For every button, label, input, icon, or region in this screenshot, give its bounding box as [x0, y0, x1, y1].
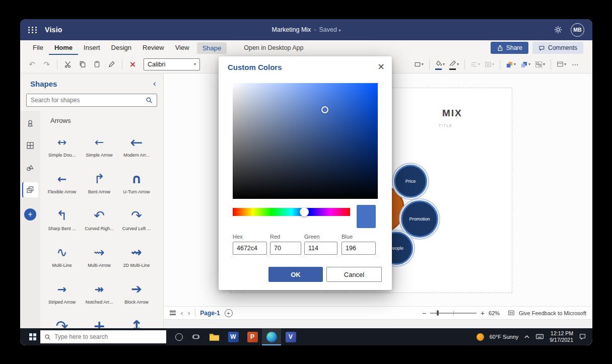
- shape-item[interactable]: ⇝2D Multi-Line: [118, 240, 155, 276]
- tab-design[interactable]: Design: [106, 41, 137, 55]
- shape-item[interactable]: ←Simple Arrow: [81, 129, 118, 166]
- edge-browser-icon[interactable]: [262, 328, 281, 345]
- tray-chevron-up-icon[interactable]: [524, 334, 530, 340]
- delete-shape-icon[interactable]: ×: [126, 58, 140, 71]
- shape-item[interactable]: ∿Multi-Line: [43, 240, 81, 276]
- document-title[interactable]: Marketing Mix: [272, 26, 311, 33]
- price-circle-shape[interactable]: Price: [394, 165, 427, 198]
- more-options-icon[interactable]: ⋯: [569, 60, 581, 68]
- taskbar-search-input[interactable]: [54, 333, 162, 340]
- close-icon[interactable]: ×: [377, 61, 385, 71]
- bring-forward-dropdown[interactable]: ▾: [504, 60, 517, 69]
- zoom-out-button[interactable]: −: [422, 309, 426, 317]
- font-dropdown[interactable]: Calibri ▾: [144, 58, 200, 70]
- open-in-desktop-link[interactable]: Open in Desktop App: [244, 44, 303, 51]
- diagram-title[interactable]: MIX: [442, 108, 462, 119]
- stencil-basic-icon[interactable]: [22, 116, 38, 131]
- shape-item[interactable]: ➔Block Arrow: [118, 276, 155, 313]
- visio-app-icon[interactable]: V: [281, 328, 300, 345]
- start-button[interactable]: [25, 328, 40, 345]
- taskbar-search-box[interactable]: [40, 330, 166, 343]
- fit-page-icon[interactable]: [508, 310, 515, 316]
- zoom-in-button[interactable]: +: [481, 309, 485, 317]
- diagram-subtitle[interactable]: TITLE: [439, 124, 453, 127]
- zoom-slider[interactable]: [430, 310, 477, 317]
- cancel-button[interactable]: Cancel: [326, 267, 382, 282]
- collapse-panel-icon[interactable]: ‹: [153, 79, 156, 89]
- previous-page-icon[interactable]: ‹: [180, 309, 183, 317]
- shape-item[interactable]: ↰Sharp Bent ...: [43, 203, 81, 240]
- shape-item[interactable]: ↷Curved Left ...: [118, 203, 155, 240]
- color-gradient-picker[interactable]: [233, 83, 378, 199]
- shape-item[interactable]: ↔Simple Dou...: [43, 129, 81, 166]
- task-panes-icon[interactable]: [170, 310, 176, 316]
- weather-label[interactable]: 60°F Sunny: [490, 334, 519, 340]
- format-painter-icon[interactable]: [105, 58, 118, 71]
- next-page-icon[interactable]: ›: [188, 309, 191, 317]
- shape-search-input[interactable]: [31, 97, 146, 104]
- clock[interactable]: 12:12 PM 9/17/2021: [550, 330, 573, 343]
- cortana-icon[interactable]: [170, 328, 187, 345]
- promotion-circle-shape[interactable]: Promotion: [401, 200, 438, 238]
- stencil-grid-icon[interactable]: [22, 138, 38, 153]
- shape-item[interactable]: +: [81, 313, 118, 328]
- hue-slider-thumb[interactable]: [300, 207, 309, 216]
- zoom-slider-thumb[interactable]: [437, 310, 439, 316]
- search-icon[interactable]: [146, 97, 153, 104]
- shape-item[interactable]: ↕: [118, 313, 155, 328]
- shape-search-box[interactable]: [26, 94, 157, 107]
- change-shape-dropdown[interactable]: ▾: [413, 60, 425, 69]
- app-launcher-waffle-icon[interactable]: [28, 27, 38, 33]
- shape-item[interactable]: ←Flexible Arrow: [43, 166, 81, 203]
- avatar[interactable]: MB: [571, 23, 584, 37]
- copy-icon[interactable]: [76, 58, 89, 71]
- tab-home[interactable]: Home: [49, 41, 78, 55]
- paste-icon[interactable]: [90, 58, 104, 71]
- shape-item[interactable]: ↱Bent Arrow: [81, 166, 118, 203]
- group-dropdown[interactable]: ▾: [533, 60, 547, 69]
- feedback-link[interactable]: Give Feedback to Microsoft: [519, 310, 586, 316]
- gear-icon[interactable]: [554, 25, 563, 34]
- share-button[interactable]: Share: [491, 42, 528, 54]
- position-dropdown[interactable]: ▾: [483, 60, 496, 68]
- tab-insert[interactable]: Insert: [78, 41, 106, 55]
- weather-icon[interactable]: [477, 333, 484, 341]
- task-view-icon[interactable]: [187, 328, 205, 345]
- tab-review[interactable]: Review: [137, 41, 170, 55]
- powerpoint-icon[interactable]: P: [243, 328, 262, 345]
- add-stencil-button[interactable]: +: [24, 208, 36, 221]
- gradient-selector-ring[interactable]: [321, 106, 328, 113]
- tab-shape[interactable]: Shape: [197, 42, 227, 54]
- container-dropdown[interactable]: ▾: [555, 60, 568, 68]
- action-center-icon[interactable]: [579, 333, 586, 341]
- undo-icon[interactable]: ↶: [25, 58, 39, 71]
- page-tab[interactable]: Page-1: [200, 310, 220, 317]
- shape-item[interactable]: →Striped Arrow: [43, 276, 81, 313]
- send-backward-dropdown[interactable]: ▾: [519, 60, 532, 69]
- align-dropdown[interactable]: ▾: [469, 60, 482, 68]
- red-input[interactable]: [270, 242, 301, 255]
- ok-button[interactable]: OK: [268, 267, 323, 282]
- redo-icon[interactable]: ↷: [40, 58, 53, 71]
- zoom-level[interactable]: 62%: [489, 310, 504, 316]
- saved-status[interactable]: Saved: [319, 26, 337, 33]
- shape-item[interactable]: ↶Curved Righ...: [81, 203, 118, 240]
- tab-view[interactable]: View: [170, 41, 195, 55]
- comments-button[interactable]: Comments: [532, 42, 583, 54]
- stencil-arrows-icon[interactable]: [22, 182, 38, 197]
- tab-file[interactable]: File: [27, 41, 49, 55]
- stencil-shapes-icon[interactable]: [22, 160, 38, 175]
- cut-icon[interactable]: [61, 58, 75, 71]
- shape-item[interactable]: ∩U-Turn Arrow: [118, 166, 155, 203]
- line-color-dropdown[interactable]: ▾: [448, 58, 460, 71]
- fill-color-dropdown[interactable]: ▾: [434, 58, 446, 71]
- file-explorer-icon[interactable]: [205, 328, 224, 345]
- blue-input[interactable]: [342, 242, 376, 255]
- hex-input[interactable]: [233, 242, 267, 255]
- word-icon[interactable]: W: [224, 328, 243, 345]
- shape-item[interactable]: ↠Notched Arr...: [81, 276, 118, 313]
- shape-item[interactable]: ⇝Multi-Arrow: [81, 240, 118, 276]
- hue-slider[interactable]: [233, 208, 350, 216]
- green-input[interactable]: [304, 242, 337, 255]
- shape-item[interactable]: ←Modern Arr...: [118, 129, 155, 166]
